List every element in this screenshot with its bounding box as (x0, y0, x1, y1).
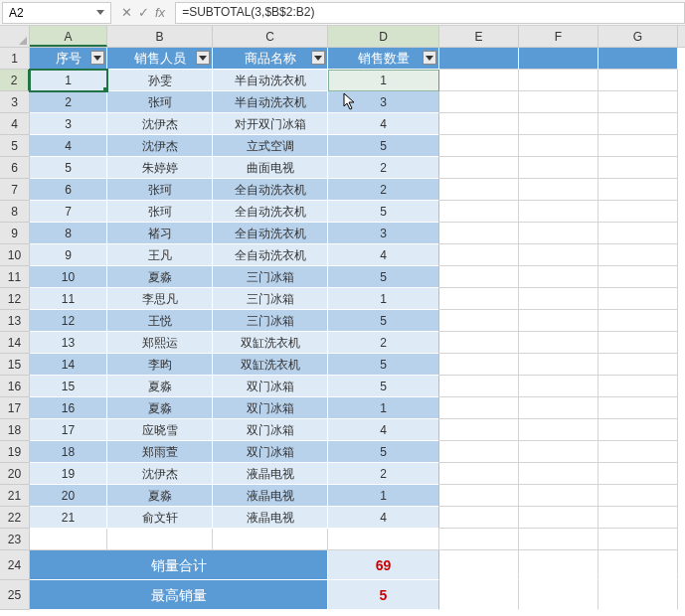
cell-empty[interactable] (439, 157, 519, 179)
row-header-9[interactable]: 9 (0, 223, 30, 244)
row-header-25[interactable]: 25 (0, 580, 30, 610)
cell-empty[interactable] (519, 201, 599, 223)
cell-product[interactable]: 全自动洗衣机 (213, 223, 328, 244)
cell-empty[interactable] (599, 376, 678, 397)
row-header-21[interactable]: 21 (0, 485, 30, 507)
cell-qty[interactable]: 5 (328, 354, 439, 376)
cell-qty[interactable]: 5 (328, 135, 439, 157)
row-header-2[interactable]: 2 (0, 70, 30, 91)
cell-seq[interactable]: 8 (30, 223, 107, 244)
cell-empty[interactable] (439, 580, 519, 610)
cell-seq[interactable]: 12 (30, 310, 107, 332)
cell-seq[interactable]: 2 (30, 91, 107, 113)
cell-product[interactable]: 曲面电视 (213, 157, 328, 179)
cell-empty[interactable] (519, 288, 599, 310)
cell-empty[interactable] (107, 529, 213, 550)
cell-empty[interactable] (439, 288, 519, 310)
row-header-11[interactable]: 11 (0, 266, 30, 288)
cell-product[interactable]: 立式空调 (213, 135, 328, 157)
row-header-14[interactable]: 14 (0, 332, 30, 354)
cell-empty[interactable] (519, 550, 599, 580)
cell-product[interactable]: 双门冰箱 (213, 376, 328, 397)
cell-seq[interactable]: 9 (30, 244, 107, 266)
cell-qty[interactable]: 2 (328, 463, 439, 485)
cell-empty[interactable] (599, 332, 678, 354)
cell-empty[interactable] (599, 550, 678, 580)
cell-product[interactable]: 液晶电视 (213, 485, 328, 507)
col-header-E[interactable]: E (439, 26, 519, 47)
cell-seq[interactable]: 20 (30, 485, 107, 507)
cell-person[interactable]: 沈伊杰 (107, 113, 213, 135)
cell-empty[interactable] (519, 485, 599, 507)
cell-person[interactable]: 夏淼 (107, 266, 213, 288)
cell-empty[interactable] (439, 266, 519, 288)
row-header-6[interactable]: 6 (0, 157, 30, 179)
cell-seq[interactable]: 3 (30, 113, 107, 135)
cell-empty[interactable] (439, 91, 519, 113)
cell-person[interactable]: 张珂 (107, 201, 213, 223)
summary-label[interactable]: 销量合计 (30, 550, 328, 580)
cell-qty[interactable]: 1 (328, 288, 439, 310)
col-header-C[interactable]: C (213, 26, 328, 47)
cell-qty[interactable]: 2 (328, 179, 439, 201)
cell-empty[interactable] (599, 354, 678, 376)
cell-qty[interactable]: 2 (328, 332, 439, 354)
row-header-1[interactable]: 1 (0, 48, 30, 70)
cell-person[interactable]: 郑雨萱 (107, 441, 213, 463)
cell-empty[interactable] (519, 354, 599, 376)
cell-person[interactable]: 沈伊杰 (107, 135, 213, 157)
filter-icon[interactable] (196, 51, 210, 65)
col-header-F[interactable]: F (519, 26, 599, 47)
cell-qty[interactable]: 4 (328, 244, 439, 266)
row-header-17[interactable]: 17 (0, 397, 30, 419)
header-person[interactable]: 销售人员 (107, 48, 213, 70)
cell-product[interactable]: 对开双门冰箱 (213, 113, 328, 135)
cell-product[interactable]: 半自动洗衣机 (213, 91, 328, 113)
select-all-corner[interactable] (0, 26, 30, 48)
cell-seq[interactable]: 7 (30, 201, 107, 223)
cell-empty[interactable] (519, 266, 599, 288)
cell-empty[interactable] (519, 441, 599, 463)
cell-person[interactable]: 王凡 (107, 244, 213, 266)
row-header-19[interactable]: 19 (0, 441, 30, 463)
cell-seq[interactable]: 6 (30, 179, 107, 201)
cell-product[interactable]: 全自动洗衣机 (213, 244, 328, 266)
cell-product[interactable]: 液晶电视 (213, 463, 328, 485)
cell-seq[interactable]: 13 (30, 332, 107, 354)
cell-empty[interactable] (599, 397, 678, 419)
cell-empty[interactable] (213, 529, 328, 550)
cell-empty[interactable] (599, 419, 678, 441)
cell-empty[interactable] (439, 70, 519, 91)
cell-qty[interactable]: 3 (328, 223, 439, 244)
cell-qty[interactable]: 4 (328, 507, 439, 529)
cell-empty[interactable] (599, 113, 678, 135)
cell-product[interactable]: 全自动洗衣机 (213, 179, 328, 201)
cell-person[interactable]: 俞文轩 (107, 507, 213, 529)
cell-empty[interactable] (439, 463, 519, 485)
filter-icon[interactable] (423, 51, 436, 65)
cell-empty[interactable] (519, 48, 599, 70)
cell-empty[interactable] (599, 223, 678, 244)
name-box[interactable]: A2 (2, 2, 111, 24)
cell-empty[interactable] (519, 332, 599, 354)
cell-empty[interactable] (599, 485, 678, 507)
row-header-13[interactable]: 13 (0, 310, 30, 332)
cell-product[interactable]: 半自动洗衣机 (213, 70, 328, 91)
cell-qty[interactable]: 5 (328, 201, 439, 223)
row-header-18[interactable]: 18 (0, 419, 30, 441)
cell-seq[interactable]: 18 (30, 441, 107, 463)
cell-empty[interactable] (439, 550, 519, 580)
cell-empty[interactable] (519, 91, 599, 113)
cell-seq[interactable]: 5 (30, 157, 107, 179)
cell-empty[interactable] (519, 419, 599, 441)
cell-empty[interactable] (519, 244, 599, 266)
cell-qty[interactable]: 5 (328, 376, 439, 397)
row-header-5[interactable]: 5 (0, 135, 30, 157)
cell-seq[interactable]: 1 (30, 70, 107, 91)
cell-person[interactable]: 张珂 (107, 179, 213, 201)
cell-qty[interactable]: 5 (328, 266, 439, 288)
cell-empty[interactable] (599, 529, 678, 550)
cell-person[interactable]: 李昀 (107, 354, 213, 376)
cell-seq[interactable]: 17 (30, 419, 107, 441)
cell-qty[interactable]: 3 (328, 91, 439, 113)
